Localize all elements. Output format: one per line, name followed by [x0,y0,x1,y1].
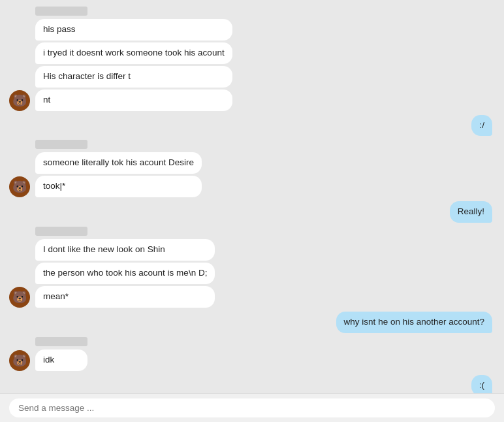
bubble: idk [35,349,87,371]
bubble: nt [35,89,232,111]
bubble: his pass [35,19,232,41]
message-row: 🐻 idk [9,337,87,371]
bubble: Really! [450,201,492,223]
message-group: 🐻 someone literally tok his acount Desir… [9,140,495,197]
avatar: 🐻 [9,176,30,197]
bubble: I dont like the new look on Shin [35,239,215,261]
bubble: His character is differ t [35,66,232,88]
message-group-right: :( [9,375,495,393]
avatar: 🐻 [9,350,30,371]
message-group-right: why isnt he on his another account? [9,312,495,333]
bubble: :( [471,375,492,393]
message-row: 🐻 I dont like the new look on Shin the p… [9,227,215,308]
avatar: 🐻 [9,90,30,111]
bubbles-col: someone literally tok his acount Desire … [35,140,202,197]
bubble: mean* [35,286,215,308]
bubble: :/ [471,115,492,137]
bubble: why isnt he on his another account? [336,312,492,333]
bubbles-col: idk [35,337,87,371]
bubble: someone literally tok his acount Desire [35,152,202,174]
message-row: 🐻 his pass i tryed it doesnt work someon… [9,7,232,111]
message-input-bar [0,393,504,422]
username-label [35,337,87,346]
avatar: 🐻 [9,287,30,308]
bubble: the person who took his acount is me\n D… [35,263,215,284]
message-group-right: :/ [9,115,495,137]
message-group: 🐻 his pass i tryed it doesnt work someon… [9,7,495,111]
username-label [35,227,87,236]
chat-area: 🐻 his pass i tryed it doesnt work someon… [0,0,504,393]
message-input[interactable] [9,398,495,417]
username-label [35,140,87,149]
message-group: 🐻 I dont like the new look on Shin the p… [9,227,495,308]
bubble: i tryed it doesnt work someone took his … [35,42,232,64]
bubbles-col: I dont like the new look on Shin the per… [35,227,215,308]
bubbles-col: his pass i tryed it doesnt work someone … [35,7,232,111]
message-group-right: Really! [9,201,495,223]
message-row: 🐻 someone literally tok his acount Desir… [9,140,202,197]
message-group: 🐻 idk [9,337,495,371]
bubble: took|* [35,176,202,197]
username-label [35,7,87,16]
